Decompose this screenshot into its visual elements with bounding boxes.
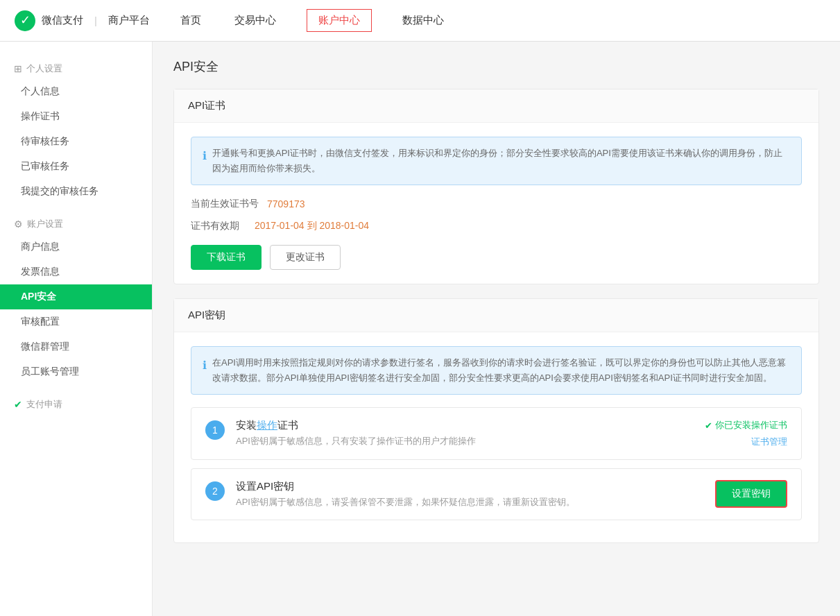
sidebar-section-account: ⚙ 账户设置 xyxy=(0,211,152,234)
serial-label: 当前生效证书号 xyxy=(191,198,259,210)
merchant-text: 商户平台 xyxy=(108,14,150,27)
logo-divider: | xyxy=(94,15,97,26)
sidebar: ⊞ 个人设置 个人信息 操作证书 待审核任务 已审核任务 我提交的审核任务 ⚙ … xyxy=(0,42,153,616)
certificate-card-title: API证书 xyxy=(188,99,225,111)
sidebar-section-payment: ✔ 支付申请 xyxy=(0,391,152,415)
step-2-right: 设置密钥 xyxy=(715,480,787,508)
certificate-info-box: ℹ 开通账号和更换API证书时，由微信支付签发，用来标识和界定你的身份；部分安全… xyxy=(191,137,802,185)
certificate-info-text: 开通账号和更换API证书时，由微信支付签发，用来标识和界定你的身份；部分安全性要… xyxy=(212,146,790,176)
serial-row: 当前生效证书号 7709173 xyxy=(191,198,802,210)
nav-transactions[interactable]: 交易中心 xyxy=(232,1,279,40)
api-key-card: API密钥 ℹ 在API调用时用来按照指定规则对你的请求参数进行签名，服务器收到… xyxy=(173,298,819,543)
check-status-icon: ✔ xyxy=(705,420,712,431)
sidebar-item-submitted-tasks[interactable]: 我提交的审核任务 xyxy=(0,179,152,204)
step-2-number: 2 xyxy=(205,481,225,501)
step-1: 1 安装操作证书 API密钥属于敏感信息，只有安装了操作证书的用户才能操作 ✔ … xyxy=(191,407,802,460)
logo: ✓ 微信支付 | 商户平台 xyxy=(14,10,150,32)
header: ✓ 微信支付 | 商户平台 首页 交易中心 账户中心 数据中心 xyxy=(0,0,840,42)
gear-icon: ⚙ xyxy=(14,219,23,230)
step-2-content: 设置API密钥 API密钥属于敏感信息，请妥善保管不要泄露，如果怀疑信息泄露，请… xyxy=(236,480,704,508)
nav-account[interactable]: 账户中心 xyxy=(307,9,372,32)
sidebar-section-personal: ⊞ 个人设置 xyxy=(0,55,152,79)
download-certificate-button[interactable]: 下载证书 xyxy=(191,245,262,270)
api-key-card-title: API密钥 xyxy=(188,309,225,320)
certificate-btn-row: 下载证书 更改证书 xyxy=(191,245,802,270)
certificate-card-header: API证书 xyxy=(174,89,818,123)
check-circle-icon: ✔ xyxy=(14,399,22,410)
sidebar-item-merchant-info[interactable]: 商户信息 xyxy=(0,234,152,259)
serial-value: 7709173 xyxy=(267,198,305,209)
info-icon: ℹ xyxy=(203,146,207,176)
step-1-title: 安装操作证书 xyxy=(236,419,694,432)
change-certificate-button[interactable]: 更改证书 xyxy=(270,245,341,270)
step-2-title: 设置API密钥 xyxy=(236,480,704,493)
step-2: 2 设置API密钥 API密钥属于敏感信息，请妥善保管不要泄露，如果怀疑信息泄露… xyxy=(191,468,802,520)
sidebar-item-personal-info[interactable]: 个人信息 xyxy=(0,79,152,104)
layout: ⊞ 个人设置 个人信息 操作证书 待审核任务 已审核任务 我提交的审核任务 ⚙ … xyxy=(0,42,840,616)
main-content: API安全 API证书 ℹ 开通账号和更换API证书时，由微信支付签发，用来标识… xyxy=(153,42,840,616)
api-key-info-box: ℹ 在API调用时用来按照指定规则对你的请求参数进行签名，服务器收到你的请求时会… xyxy=(191,346,802,395)
step-1-link-text[interactable]: 操作 xyxy=(257,419,277,431)
sidebar-item-invoice-info[interactable]: 发票信息 xyxy=(0,259,152,284)
validity-label: 证书有效期 xyxy=(191,220,246,232)
logo-text: 微信支付 xyxy=(42,14,83,27)
sidebar-item-employee-accounts[interactable]: 员工账号管理 xyxy=(0,359,152,384)
nav-data[interactable]: 数据中心 xyxy=(400,1,447,40)
grid-icon: ⊞ xyxy=(14,63,22,74)
step-2-desc: API密钥属于敏感信息，请妥善保管不要泄露，如果怀疑信息泄露，请重新设置密钥。 xyxy=(236,496,704,508)
wechat-pay-logo-icon: ✓ xyxy=(14,10,36,32)
api-key-info-icon: ℹ xyxy=(203,356,207,386)
svg-text:✓: ✓ xyxy=(20,13,31,27)
header-nav: 首页 交易中心 账户中心 数据中心 xyxy=(178,1,826,40)
step-1-right: ✔ 你已安装操作证书 证书管理 xyxy=(705,419,787,448)
sidebar-item-reviewed-tasks[interactable]: 已审核任务 xyxy=(0,154,152,179)
api-key-card-body: ℹ 在API调用时用来按照指定规则对你的请求参数进行签名，服务器收到你的请求时会… xyxy=(174,332,818,542)
step-1-number: 1 xyxy=(205,420,225,440)
set-key-button[interactable]: 设置密钥 xyxy=(715,480,787,508)
sidebar-item-api-security[interactable]: API安全 xyxy=(0,284,152,309)
page-title: API安全 xyxy=(173,58,819,75)
api-key-info-text: 在API调用时用来按照指定规则对你的请求参数进行签名，服务器收到你的请求时会进行… xyxy=(212,355,790,386)
sidebar-section-account-label: 账户设置 xyxy=(27,218,63,230)
sidebar-item-wechat-group[interactable]: 微信群管理 xyxy=(0,334,152,359)
certificate-card: API证书 ℹ 开通账号和更换API证书时，由微信支付签发，用来标识和界定你的身… xyxy=(173,89,819,284)
step-1-status: ✔ 你已安装操作证书 xyxy=(705,419,787,431)
step-1-cert-link[interactable]: 证书管理 xyxy=(751,436,787,448)
step-1-desc: API密钥属于敏感信息，只有安装了操作证书的用户才能操作 xyxy=(236,435,694,447)
sidebar-section-payment-label: 支付申请 xyxy=(26,398,62,411)
certificate-card-body: ℹ 开通账号和更换API证书时，由微信支付签发，用来标识和界定你的身份；部分安全… xyxy=(174,123,818,284)
sidebar-item-pending-tasks[interactable]: 待审核任务 xyxy=(0,129,152,154)
api-key-card-header: API密钥 xyxy=(174,299,818,332)
sidebar-section-personal-label: 个人设置 xyxy=(26,62,62,75)
step-1-content: 安装操作证书 API密钥属于敏感信息，只有安装了操作证书的用户才能操作 xyxy=(236,419,694,447)
sidebar-item-review-config[interactable]: 审核配置 xyxy=(0,309,152,334)
sidebar-item-operation-cert[interactable]: 操作证书 xyxy=(0,104,152,129)
nav-home[interactable]: 首页 xyxy=(178,1,204,40)
validity-row: 证书有效期 2017-01-04 到 2018-01-04 xyxy=(191,220,802,232)
validity-value: 2017-01-04 到 2018-01-04 xyxy=(255,220,369,232)
